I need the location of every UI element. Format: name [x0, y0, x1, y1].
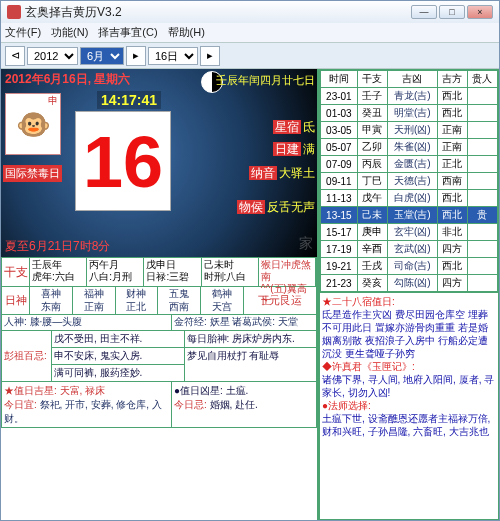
watermark: 家: [299, 235, 313, 253]
rishen-label: 日神: [2, 287, 30, 314]
rishen-item: 五鬼 西南: [158, 287, 201, 314]
lunar-date: 壬辰年闰四月廿七日: [216, 73, 315, 88]
minimize-button[interactable]: —: [411, 5, 437, 19]
rishen-item: 鹤神 天宫: [201, 287, 244, 314]
jixing-title: ★值日吉星: 天富, 禄床: [4, 384, 169, 398]
hour-row[interactable]: 23-01壬子青龙(吉)西北: [321, 88, 498, 105]
clock: 14:17:41: [97, 91, 161, 109]
earth-panel: 2012年6月16日, 星期六 壬辰年闰四月廿七日 🐵申 国际禁毒日 14:17…: [1, 69, 317, 257]
pengzu-label: 彭祖百忌:: [2, 331, 52, 381]
hour-row[interactable]: 11-13戊午白虎(凶)西北: [321, 190, 498, 207]
month-select[interactable]: 6月: [80, 47, 124, 65]
hour-row[interactable]: 21-23癸亥勾陈(凶)四方: [321, 275, 498, 292]
solar-term: 夏至6月21日7时8分: [5, 238, 110, 255]
yun-label: 下元艮运: [244, 287, 316, 314]
notes-panel[interactable]: ★二十八宿值日:氐星造作主灾凶 费尽田园仓库空 埋葬不可用此日 置嫁亦游骨肉重重…: [319, 293, 499, 520]
app-window: 玄奥择吉黄历V3.2 — □ × 文件(F) 功能(N) 择吉事宜(C) 帮助(…: [0, 0, 500, 521]
th-time: 时间: [321, 71, 358, 88]
menu-func[interactable]: 功能(N): [51, 25, 88, 40]
menubar: 文件(F) 功能(N) 择吉事宜(C) 帮助(H): [1, 23, 499, 43]
hour-row[interactable]: 01-03癸丑明堂(吉)西北: [321, 105, 498, 122]
hour-row[interactable]: 07-09丙辰金匮(吉)正北: [321, 156, 498, 173]
th-jf: 吉方: [437, 71, 467, 88]
gz-cell: 丙午月 八白:月刑: [87, 258, 144, 286]
ganzhi-row: 干支 壬辰年 虎年:六白 丙午月 八白:月刑 戊申日 日禄:三碧 己未时 时刑:…: [1, 257, 317, 287]
year-select[interactable]: 2012: [27, 47, 78, 65]
pengzu-row: 彭祖百忌: 戊不受田, 田主不祥. 申不安床, 鬼实入房. 满可同裤, 服药痊妙…: [1, 331, 317, 382]
pengzu-line: 申不安床, 鬼实入房.: [52, 348, 184, 365]
th-jx: 吉凶: [387, 71, 437, 88]
zodiac-image: 🐵申: [5, 93, 61, 155]
pengzu-line: 满可同裤, 服药痊妙.: [52, 365, 184, 381]
hour-row[interactable]: 03-05甲寅天刑(凶)正南: [321, 122, 498, 139]
rishen-item: 财神 正北: [116, 287, 159, 314]
menu-help[interactable]: 帮助(H): [168, 25, 205, 40]
hour-row[interactable]: 19-21壬戌司命(吉)西北: [321, 258, 498, 275]
alm-row: 星宿氐: [273, 119, 315, 136]
rishen-item: 喜神 东南: [30, 287, 73, 314]
hour-row[interactable]: 05-07乙卯朱雀(凶)正南: [321, 139, 498, 156]
titlebar: 玄奥择吉黄历V3.2 — □ ×: [1, 1, 499, 23]
pengzu-rline: 梦见自用杖打 有耻辱: [185, 348, 317, 364]
hour-row[interactable]: 17-19辛酉玄武(凶)四方: [321, 241, 498, 258]
th-gr: 贵人: [467, 71, 497, 88]
xiongxing-title: ●值日凶星: 土瘟.: [174, 384, 314, 398]
day-select[interactable]: 16日: [148, 47, 198, 65]
hour-row[interactable]: 15-17庚申玄牢(凶)非北: [321, 224, 498, 241]
big-day-number: 16: [75, 111, 171, 211]
renshen-row: 人神: 膝·腰—头腹 金符经: 妖星 诸葛武侯: 天堂: [1, 315, 317, 331]
pengzu-line: 戊不受田, 田主不祥.: [52, 331, 184, 348]
prev-button[interactable]: ⊲: [5, 46, 25, 66]
gz-cell: 戊申日 日禄:三碧: [144, 258, 201, 286]
close-button[interactable]: ×: [467, 5, 493, 19]
renshen-r: 金符经: 妖星 诸葛武侯: 天堂: [172, 315, 316, 330]
gz-extra: 猴日冲虎煞南 ^^(五)翼高士: [259, 258, 316, 286]
jixing-row: ★值日吉星: 天富, 禄床 今日宜: 祭祀, 开市, 安葬, 修仓库, 入财。 …: [1, 382, 317, 428]
renshen-l: 人神: 膝·腰—头腹: [2, 315, 172, 330]
alm-row: 纳音大驿土: [249, 165, 315, 182]
hour-row[interactable]: 13-15己未玉堂(吉)西北贵: [321, 207, 498, 224]
menu-file[interactable]: 文件(F): [5, 25, 41, 40]
th-gz: 干支: [357, 71, 387, 88]
menu-zj[interactable]: 择吉事宜(C): [98, 25, 157, 40]
maximize-button[interactable]: □: [439, 5, 465, 19]
festival-label: 国际禁毒日: [3, 165, 62, 182]
hour-table: 时间 干支 吉凶 吉方 贵人 23-01壬子青龙(吉)西北01-03癸丑明堂(吉…: [319, 69, 499, 293]
ganzhi-label: 干支: [2, 258, 30, 286]
today-ji: 婚姻, 赴任.: [210, 399, 258, 410]
hour-row[interactable]: 09-11丁巳天德(吉)西南: [321, 173, 498, 190]
alm-row: 日建满: [273, 141, 315, 158]
date-line: 2012年6月16日, 星期六: [5, 71, 130, 88]
next-day-button[interactable]: ▸: [200, 46, 220, 66]
next-month-button[interactable]: ▸: [126, 46, 146, 66]
window-title: 玄奥择吉黄历V3.2: [25, 4, 411, 21]
alm-row: 物侯反舌无声: [237, 199, 315, 216]
rishen-item: 福神 正南: [73, 287, 116, 314]
app-icon: [7, 5, 21, 19]
gz-cell: 己未时 时刑:八白: [202, 258, 259, 286]
pengzu-rline: 每日胎神: 房床炉房内东.: [185, 331, 317, 348]
gz-cell: 壬辰年 虎年:六白: [30, 258, 87, 286]
toolbar: ⊲ 2012 6月 ▸ 16日 ▸: [1, 43, 499, 69]
rishen-row: 日神 喜神 东南 福神 正南 财神 正北 五鬼 西南 鹤神 天宫 下元艮运: [1, 287, 317, 315]
